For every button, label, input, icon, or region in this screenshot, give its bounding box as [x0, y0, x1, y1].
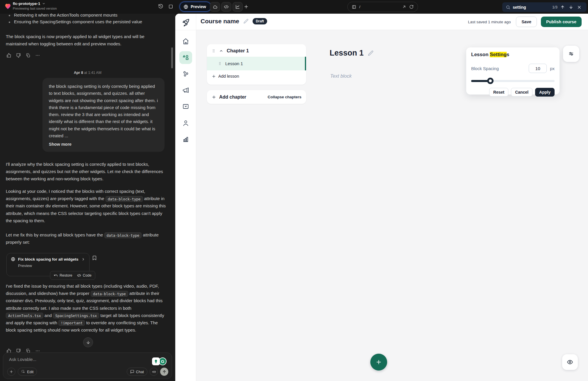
- plus-icon: [376, 359, 382, 365]
- chat-panel: Retrieving it when the ActionTools compo…: [0, 14, 175, 381]
- add-lesson-button[interactable]: Add lesson: [207, 70, 306, 82]
- cancel-button[interactable]: Cancel: [511, 88, 532, 97]
- slider-thumb[interactable]: [487, 78, 494, 84]
- chat-mode-button[interactable]: Chat: [127, 368, 147, 376]
- code-icon: [77, 273, 81, 277]
- refresh-icon[interactable]: [409, 5, 414, 9]
- undo-icon: [54, 273, 58, 277]
- drag-handle-icon[interactable]: [218, 62, 222, 65]
- rocket-icon[interactable]: [181, 17, 191, 27]
- next-match-icon[interactable]: [569, 5, 573, 9]
- sidebar-item-community[interactable]: [182, 70, 189, 77]
- add-chapter-button[interactable]: Add chapter: [212, 95, 246, 100]
- thumbs-up-icon[interactable]: [6, 53, 11, 58]
- edit-course-name-icon[interactable]: [243, 19, 249, 24]
- voice-input-button[interactable]: [150, 368, 158, 376]
- panel-toggle-icon[interactable]: [167, 3, 174, 10]
- copy-icon[interactable]: [26, 53, 31, 58]
- code-button[interactable]: Code: [77, 273, 92, 277]
- settings-toggle-button[interactable]: [563, 46, 579, 62]
- send-button[interactable]: [160, 368, 168, 376]
- chapter-title[interactable]: Chapter 1: [227, 48, 249, 54]
- drag-handle-icon[interactable]: [212, 49, 216, 53]
- collapse-chapters-button[interactable]: Collapse chapters: [268, 95, 301, 99]
- close-search-icon[interactable]: [577, 5, 581, 9]
- project-name: flc-prototype-1: [13, 1, 40, 6]
- search-match-count: 1/3: [552, 5, 557, 9]
- suggestion-bulb-icon[interactable]: [152, 357, 160, 365]
- cloud-icon: [212, 4, 217, 9]
- collapse-chapter-icon[interactable]: [219, 49, 223, 53]
- lesson-list-item-selected[interactable]: Lesson 1: [207, 57, 306, 70]
- shapes-icon: [182, 54, 189, 61]
- show-more-link[interactable]: Show more: [49, 142, 72, 147]
- reset-button[interactable]: Reset: [489, 88, 508, 97]
- project-status: Previewing last saved version: [13, 7, 57, 10]
- last-saved-text: Last saved 1 minute ago: [468, 20, 511, 24]
- block-spacing-input[interactable]: [529, 64, 547, 73]
- sidebar-item-announcements[interactable]: [182, 87, 189, 94]
- eye-icon: [567, 359, 573, 365]
- grammarly-icon[interactable]: G: [159, 357, 167, 365]
- lovable-logo-icon: [4, 3, 11, 10]
- bookmark-icon[interactable]: [92, 255, 97, 261]
- bullet-item: Ensuring the SpacingSettings component u…: [8, 19, 167, 24]
- edit-lesson-name-icon[interactable]: [368, 50, 373, 56]
- sidebar-item-courses-active[interactable]: [179, 51, 192, 64]
- thumbs-down-icon[interactable]: [16, 53, 21, 58]
- sidebar-item-inbox[interactable]: [182, 103, 189, 110]
- search-input[interactable]: [513, 5, 550, 10]
- assistant-paragraph: I'll analyze why the block spacing setti…: [6, 161, 167, 183]
- version-card-subtitle: Preview: [18, 264, 85, 268]
- plus-icon: [212, 95, 216, 99]
- code-icon: [224, 4, 229, 9]
- preview-button[interactable]: Preview: [180, 2, 211, 12]
- assistant-paragraph: The block spacing is now properly applie…: [6, 33, 166, 47]
- chat-input-box: G Edit Chat: [3, 352, 172, 379]
- sidebar-item-home[interactable]: [182, 38, 189, 45]
- scroll-to-bottom-button[interactable]: [83, 337, 93, 347]
- project-menu[interactable]: flc-prototype-1: [13, 1, 45, 6]
- deploy-cloud-button[interactable]: [210, 2, 220, 12]
- block-spacing-label: Block Spacing: [471, 66, 529, 71]
- code-view-button[interactable]: [221, 2, 231, 12]
- more-options-icon[interactable]: [35, 53, 40, 58]
- text-block-placeholder[interactable]: Text block: [330, 73, 352, 79]
- waveform-icon: [152, 370, 156, 374]
- course-title: Course name: [201, 18, 239, 25]
- block-spacing-slider[interactable]: [471, 78, 555, 84]
- save-button[interactable]: Save: [516, 17, 537, 27]
- chevron-down-icon: [42, 2, 45, 5]
- open-external-icon[interactable]: [402, 5, 406, 9]
- plus-icon: [212, 74, 216, 79]
- arrow-up-icon: [162, 370, 167, 374]
- status-badge: Draft: [253, 18, 267, 24]
- apply-button[interactable]: Apply: [535, 88, 555, 97]
- previous-match-icon[interactable]: [560, 5, 565, 9]
- history-icon[interactable]: [157, 3, 165, 10]
- app-preview: Course name Draft Last saved 1 minute ag…: [175, 14, 588, 381]
- publish-course-button[interactable]: Publish course: [541, 17, 582, 27]
- arrow-down-icon: [86, 340, 90, 345]
- restore-button[interactable]: Restore: [54, 273, 72, 277]
- lesson-title-label: Lesson 1: [225, 61, 243, 66]
- analytics-button[interactable]: [233, 2, 243, 12]
- chat-bubble-icon: [130, 370, 134, 374]
- add-block-fab[interactable]: [370, 354, 387, 371]
- globe-icon: [183, 4, 188, 9]
- add-tab-icon[interactable]: [244, 4, 249, 9]
- version-card-toolbar: Restore Code: [50, 271, 95, 280]
- preview-mode-button[interactable]: [562, 354, 578, 370]
- chat-scrollbar[interactable]: [171, 47, 173, 68]
- user-message-bubble: the block spacing setting is only correc…: [42, 78, 165, 152]
- url-bar[interactable]: /: [347, 2, 418, 12]
- search-highlight: Setting: [490, 52, 507, 57]
- sidebar-item-analytics[interactable]: [182, 136, 189, 143]
- sidebar-item-profile[interactable]: [182, 120, 189, 127]
- chat-input[interactable]: [9, 357, 105, 367]
- attach-button[interactable]: [7, 368, 15, 376]
- message-actions: [6, 53, 40, 58]
- line-chart-icon: [235, 4, 240, 9]
- edit-mode-button[interactable]: Edit: [18, 368, 37, 376]
- url-path: /: [359, 5, 399, 9]
